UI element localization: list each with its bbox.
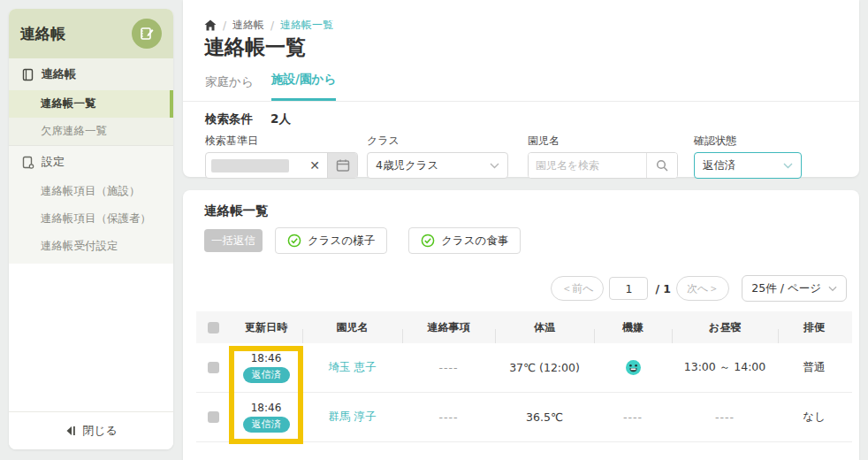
child-name-input[interactable] (529, 153, 646, 178)
tab-from-facility[interactable]: 施設/園から (271, 72, 336, 101)
sidebar-item-label: 連絡帳 (42, 66, 76, 82)
sidebar-item-reception-setting[interactable]: 連絡帳受付設定 (9, 233, 173, 260)
breadcrumb: / 連絡帳 / 連絡帳一覧 (204, 18, 333, 33)
temperature-value: 37℃ (12:00) (509, 361, 580, 374)
sidebar-item-absence-list[interactable]: 欠席連絡一覧 (9, 118, 173, 145)
collapse-icon (65, 426, 76, 436)
mood-value: ---- (623, 410, 643, 424)
page-total: / 1 (655, 282, 671, 295)
nap-value: 13:00 ～ 14:00 (684, 360, 766, 375)
sidebar-item-label: 連絡帳項目（保護者） (41, 211, 151, 226)
breadcrumb-item[interactable]: 連絡帳 (232, 18, 264, 33)
child-name-field: 園児名 (528, 134, 678, 179)
note-value: ---- (438, 410, 458, 424)
note-value: ---- (438, 361, 458, 374)
sidebar-item-settings[interactable]: 設定 (9, 146, 173, 178)
list-heading: 連絡帳一覧 (204, 203, 269, 219)
status-field-label: 確認状態 (694, 134, 802, 149)
breadcrumb-item-current[interactable]: 連絡帳一覧 (280, 18, 333, 33)
col-header-updated: 更新日時 (230, 320, 302, 335)
result-count: 2人 (270, 111, 291, 127)
date-field-label: 検索基準日 (205, 134, 358, 149)
col-header-child-name: 園児名 (302, 320, 402, 335)
search-conditions: 検索条件 2人 (205, 111, 291, 127)
col-header-temperature: 体温 (495, 320, 594, 335)
sidebar-item-items-facility[interactable]: 連絡帳項目（施設） (9, 178, 173, 205)
col-header-nap: お昼寝 (672, 320, 778, 335)
child-name-link[interactable]: 埼玉 恵子 (329, 360, 377, 375)
row-checkbox[interactable] (208, 362, 219, 373)
sidebar-item-label: 連絡帳受付設定 (41, 239, 118, 254)
breadcrumb-separator: / (223, 19, 226, 32)
per-page-select[interactable]: 25件 / ページ (742, 275, 847, 302)
table-row: 18:46 返信済 埼玉 恵子 ---- 37℃ (12:00) 13:00 ～… (196, 343, 852, 393)
sidebar-section-settings: 設定 連絡帳項目（施設） 連絡帳項目（保護者） 連絡帳受付設定 (9, 145, 173, 264)
col-header-poop: 排便 (778, 320, 850, 335)
next-page-button[interactable]: 次へ＞ (676, 276, 729, 301)
sidebar-collapse-button[interactable]: 閉じる (9, 411, 173, 449)
clear-icon[interactable]: ✕ (308, 158, 322, 172)
sidebar: 連絡帳 連絡帳 連絡帳一覧 欠席連絡一覧 設定 連絡帳項目（施設） 連絡帳項目（… (9, 9, 173, 449)
sidebar-item-renrakucho[interactable]: 連絡帳 (9, 58, 173, 90)
table-row: 18:46 返信済 群馬 淳子 ---- 36.5℃ ---- ---- なし (196, 393, 852, 442)
status-select[interactable]: 返信済 (694, 152, 802, 179)
settings-icon (21, 156, 34, 169)
class-status-button[interactable]: クラスの様子 (275, 227, 387, 254)
date-input[interactable]: ✕ (206, 153, 327, 178)
check-circle-icon (287, 234, 301, 248)
sidebar-item-label: 設定 (42, 154, 65, 170)
mood-happy-icon (625, 359, 642, 376)
table-header-row: 更新日時 園児名 連絡事項 体温 機嫌 お昼寝 排便 (196, 311, 852, 343)
chevron-down-icon (783, 163, 793, 169)
row-checkbox[interactable] (208, 411, 219, 423)
bulk-reply-button[interactable]: 一括返信 (204, 229, 263, 252)
class-meal-label: クラスの食事 (441, 234, 508, 249)
breadcrumb-separator: / (270, 19, 274, 32)
redacted-date-value (211, 159, 289, 172)
pagination: ＜前へ / 1 次へ＞ 25件 / ページ (551, 275, 847, 302)
select-all-checkbox[interactable] (208, 322, 219, 334)
status-field: 確認状態 返信済 (694, 134, 802, 179)
collapse-label: 閉じる (82, 423, 118, 439)
page-title: 連絡帳一覧 (204, 34, 306, 61)
app-window: 連絡帳 連絡帳 連絡帳一覧 欠席連絡一覧 設定 連絡帳項目（施設） 連絡帳項目（… (0, 0, 868, 460)
tab-bar: 家庭から 施設/園から (183, 69, 859, 102)
page-number-input[interactable] (609, 277, 648, 300)
updated-time: 18:46 (251, 402, 282, 414)
class-field-label: クラス (367, 134, 508, 149)
child-name-link[interactable]: 群馬 淳子 (329, 410, 377, 425)
check-circle-icon (421, 234, 435, 248)
page-header-card: / 連絡帳 / 連絡帳一覧 連絡帳一覧 家庭から 施設/園から 検索条件 2人 … (183, 0, 859, 177)
list-actions: 一括返信 クラスの様子 クラスの食事 (204, 227, 542, 254)
child-name-field-label: 園児名 (528, 134, 678, 149)
chevron-down-icon (828, 286, 837, 292)
class-status-label: クラスの様子 (308, 234, 375, 249)
book-icon (21, 68, 34, 81)
sidebar-spacer (9, 264, 173, 411)
notebook-pencil-icon (132, 19, 162, 49)
poop-value: 普通 (803, 360, 826, 375)
renrakucho-table: 更新日時 園児名 連絡事項 体温 機嫌 お昼寝 排便 18:46 返信済 埼玉 … (196, 311, 852, 442)
sidebar-item-renrakucho-list[interactable]: 連絡帳一覧 (9, 90, 173, 118)
sidebar-item-label: 連絡帳項目（施設） (41, 184, 141, 199)
col-header-mood: 機嫌 (594, 320, 672, 335)
status-badge: 返信済 (243, 417, 290, 433)
prev-page-button[interactable]: ＜前へ (551, 276, 604, 301)
list-card: 連絡帳一覧 一括返信 クラスの様子 クラスの食事 ＜前へ / 1 次へ＞ 25件… (183, 190, 859, 460)
home-icon[interactable] (204, 19, 217, 31)
class-select[interactable]: 4歳児クラス (367, 152, 508, 179)
updated-time: 18:46 (251, 352, 282, 364)
status-badge: 返信済 (243, 367, 290, 383)
search-button[interactable] (646, 153, 677, 178)
calendar-button[interactable] (327, 153, 357, 178)
per-page-value: 25件 / ページ (751, 281, 821, 296)
class-meal-button[interactable]: クラスの食事 (408, 227, 521, 254)
status-select-value: 返信済 (703, 158, 736, 173)
sidebar-item-label: 欠席連絡一覧 (41, 124, 107, 139)
sidebar-title: 連絡帳 (20, 24, 65, 44)
sidebar-header: 連絡帳 (9, 9, 173, 58)
poop-value: なし (803, 410, 826, 425)
tab-from-home[interactable]: 家庭から (205, 74, 254, 101)
class-field: クラス 4歳児クラス (367, 134, 508, 179)
sidebar-item-items-guardian[interactable]: 連絡帳項目（保護者） (9, 205, 173, 233)
